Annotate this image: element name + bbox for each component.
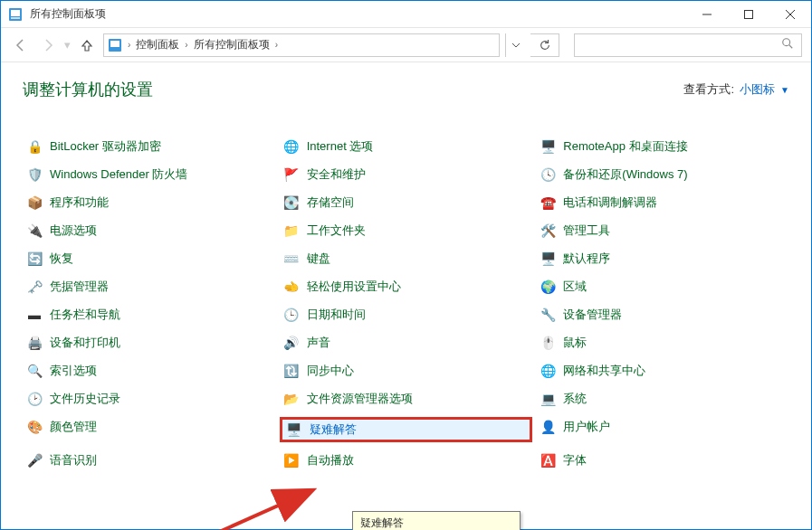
sound-icon: 🔊 xyxy=(283,335,300,351)
cp-item-label: 网络和共享中心 xyxy=(563,363,645,379)
breadcrumb-1[interactable]: 控制面板 xyxy=(136,37,179,52)
cp-item-keyboard[interactable]: ⌨️键盘 xyxy=(280,249,533,269)
cp-item-bitlocker[interactable]: 🔒BitLocker 驱动器加密 xyxy=(23,137,276,156)
cp-item-label: 文件历史记录 xyxy=(50,391,120,407)
cp-item-indexing[interactable]: 🔍索引选项 xyxy=(23,361,276,381)
cp-item-region[interactable]: 🌍区域 xyxy=(536,277,789,297)
cp-item-label: 自动播放 xyxy=(307,452,354,468)
cp-item-label: 系统 xyxy=(563,391,587,407)
cp-item-credentials[interactable]: 🗝️凭据管理器 xyxy=(23,277,276,297)
cp-item-device-manager[interactable]: 🔧设备管理器 xyxy=(536,305,789,325)
maximize-button[interactable] xyxy=(728,1,769,28)
cp-item-datetime[interactable]: 🕒日期和时间 xyxy=(280,305,533,325)
internet-icon: 🌐 xyxy=(283,138,300,155)
content-area: 调整计算机的设置 查看方式: 小图标 ▼ 🔒BitLocker 驱动器加密🌐In… xyxy=(1,62,811,529)
tooltip: 疑难解答 排除并解决常见的计算机问题。 xyxy=(352,511,521,530)
window-title: 所有控制面板项 xyxy=(30,6,106,22)
cp-item-devices-printers[interactable]: 🖨️设备和打印机 xyxy=(23,333,276,353)
breadcrumb-2[interactable]: 所有控制面板项 xyxy=(194,37,270,52)
cp-item-workfolders[interactable]: 📁工作文件夹 xyxy=(280,221,533,241)
cp-item-remoteapp[interactable]: 🖥️RemoteApp 和桌面连接 xyxy=(536,137,789,156)
up-button[interactable] xyxy=(76,34,98,56)
cp-item-color[interactable]: 🎨颜色管理 xyxy=(23,417,276,437)
power-icon: 🔌 xyxy=(26,222,43,239)
cp-item-ease[interactable]: 🫲轻松使用设置中心 xyxy=(280,277,533,297)
cp-item-system[interactable]: 💻系统 xyxy=(536,389,789,409)
svg-rect-1 xyxy=(11,10,20,16)
file-history-icon: 🕑 xyxy=(26,391,43,407)
network-icon: 🌐 xyxy=(540,363,556,379)
cp-item-mouse[interactable]: 🖱️鼠标 xyxy=(536,333,789,353)
cp-item-internet[interactable]: 🌐Internet 选项 xyxy=(280,137,533,156)
cp-item-taskbar[interactable]: ▬任务栏和导航 xyxy=(23,305,276,325)
cp-item-label: Windows Defender 防火墙 xyxy=(50,166,187,183)
explorer-opts-icon: 📂 xyxy=(283,391,300,407)
search-input[interactable] xyxy=(574,33,802,57)
view-mode-label: 查看方式: xyxy=(683,81,734,98)
modem-icon: ☎️ xyxy=(540,194,556,211)
cp-item-modem[interactable]: ☎️电话和调制解调器 xyxy=(536,193,789,213)
workfolders-icon: 📁 xyxy=(283,222,300,239)
sync-icon: 🔃 xyxy=(283,363,300,379)
refresh-button[interactable] xyxy=(530,33,559,57)
keyboard-icon: ⌨️ xyxy=(283,251,300,267)
cp-item-recovery[interactable]: 🔄恢复 xyxy=(23,249,276,269)
cp-item-admin-tools[interactable]: 🛠️管理工具 xyxy=(536,221,789,241)
cp-item-power[interactable]: 🔌电源选项 xyxy=(23,221,276,241)
annotation-arrow xyxy=(148,469,347,530)
storage-icon: 💽 xyxy=(283,194,300,211)
ease-icon: 🫲 xyxy=(283,279,300,295)
cp-item-label: 默认程序 xyxy=(563,251,610,267)
cp-item-troubleshoot[interactable]: 🖥️疑难解答 xyxy=(280,417,533,442)
cp-item-programs[interactable]: 📦程序和功能 xyxy=(23,193,276,213)
cp-item-label: BitLocker 驱动器加密 xyxy=(50,138,161,155)
navbar: ▾ › 控制面板 › 所有控制面板项 › xyxy=(1,28,811,62)
chevron-right-icon: › xyxy=(185,40,187,50)
cp-item-users[interactable]: 👤用户帐户 xyxy=(536,417,789,437)
cp-item-label: 恢复 xyxy=(50,251,73,267)
svg-point-9 xyxy=(783,39,790,46)
back-button[interactable] xyxy=(10,34,32,56)
cp-item-label: 字体 xyxy=(563,452,587,468)
datetime-icon: 🕒 xyxy=(283,307,300,323)
control-panel-icon xyxy=(8,7,23,22)
cp-item-label: 凭据管理器 xyxy=(50,279,109,295)
cp-item-explorer-opts[interactable]: 📂文件资源管理器选项 xyxy=(280,389,533,409)
bitlocker-icon: 🔒 xyxy=(26,138,43,155)
users-icon: 👤 xyxy=(540,419,556,435)
cp-item-default-programs[interactable]: 🖥️默认程序 xyxy=(536,249,789,269)
system-icon: 💻 xyxy=(540,391,556,407)
cp-item-storage[interactable]: 💽存储空间 xyxy=(280,193,533,213)
address-bar[interactable]: › 控制面板 › 所有控制面板项 › xyxy=(103,33,500,57)
cp-item-label: 疑难解答 xyxy=(310,421,357,438)
troubleshoot-icon: 🖥️ xyxy=(286,421,302,438)
cp-item-label: 存储空间 xyxy=(307,194,354,211)
cp-item-label: 语音识别 xyxy=(50,452,97,468)
view-mode[interactable]: 查看方式: 小图标 ▼ xyxy=(683,81,789,98)
cp-item-backup[interactable]: 🕓备份和还原(Windows 7) xyxy=(536,165,789,185)
cp-item-security[interactable]: 🚩安全和维护 xyxy=(280,165,533,185)
cp-item-label: RemoteApp 和桌面连接 xyxy=(563,138,687,155)
cp-item-label: 文件资源管理器选项 xyxy=(307,391,413,407)
minimize-button[interactable] xyxy=(686,1,728,28)
close-button[interactable] xyxy=(769,1,811,28)
forward-button[interactable] xyxy=(37,34,59,56)
search-icon xyxy=(781,37,794,52)
cp-item-sync[interactable]: 🔃同步中心 xyxy=(280,361,533,381)
view-mode-value[interactable]: 小图标 xyxy=(740,81,775,98)
default-programs-icon: 🖥️ xyxy=(540,251,556,267)
svg-rect-2 xyxy=(11,17,20,19)
address-dropdown[interactable] xyxy=(505,33,525,57)
cp-item-label: 用户帐户 xyxy=(563,419,610,435)
security-icon: 🚩 xyxy=(283,166,300,183)
cp-item-autoplay[interactable]: ▶️自动播放 xyxy=(280,450,533,470)
cp-item-label: 工作文件夹 xyxy=(307,222,366,239)
cp-item-fonts[interactable]: 🅰️字体 xyxy=(536,450,789,470)
cp-item-file-history[interactable]: 🕑文件历史记录 xyxy=(23,389,276,409)
cp-item-sound[interactable]: 🔊声音 xyxy=(280,333,533,353)
cp-item-speech[interactable]: 🎤语音识别 xyxy=(23,450,276,470)
backup-icon: 🕓 xyxy=(540,166,556,183)
cp-item-network[interactable]: 🌐网络和共享中心 xyxy=(536,361,789,381)
cp-item-defender[interactable]: 🛡️Windows Defender 防火墙 xyxy=(23,165,276,185)
indexing-icon: 🔍 xyxy=(26,363,43,379)
